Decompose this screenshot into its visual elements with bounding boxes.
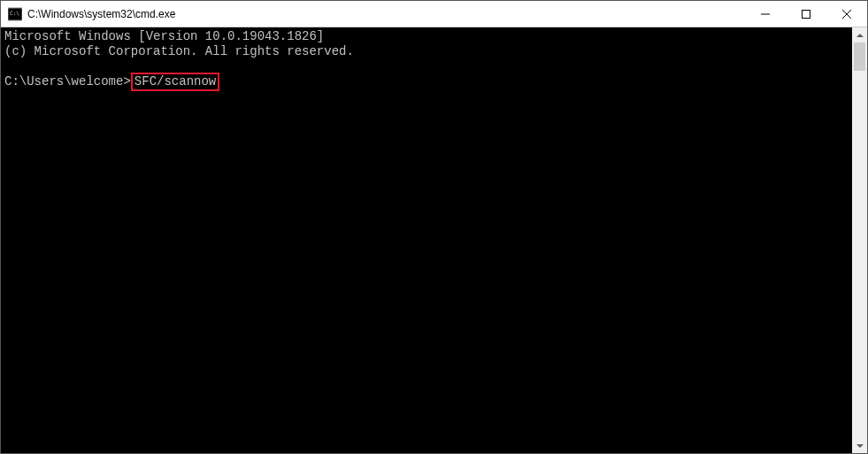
prompt-text: C:\Users\welcome> (4, 74, 131, 88)
copyright-line: (c) Microsoft Corporation. All rights re… (4, 44, 852, 59)
svg-marker-6 (856, 34, 864, 37)
scroll-up-button[interactable] (852, 27, 867, 42)
close-button[interactable] (826, 1, 867, 27)
titlebar[interactable]: C:\ C:\Windows\system32\cmd.exe (1, 1, 867, 27)
window-title: C:\Windows\system32\cmd.exe (27, 8, 745, 20)
scrollbar-thumb[interactable] (854, 42, 865, 71)
version-line: Microsoft Windows [Version 10.0.19043.18… (4, 29, 852, 44)
command-highlight: SFC/scannow (131, 73, 219, 91)
minimize-button[interactable] (745, 1, 786, 27)
window-controls (745, 1, 867, 27)
terminal-output[interactable]: Microsoft Windows [Version 10.0.19043.18… (1, 27, 852, 453)
cmd-window: C:\ C:\Windows\system32\cmd.exe Microsof… (0, 0, 868, 454)
scrollbar-track[interactable] (852, 42, 867, 438)
svg-marker-7 (856, 444, 864, 448)
cmd-icon: C:\ (8, 7, 22, 21)
svg-text:C:\: C:\ (10, 10, 19, 16)
vertical-scrollbar[interactable] (852, 27, 867, 453)
svg-rect-3 (803, 10, 810, 18)
scroll-down-button[interactable] (852, 438, 867, 453)
maximize-button[interactable] (786, 1, 826, 27)
command-text: SFC/scannow (134, 74, 216, 88)
prompt-line: C:\Users\welcome>SFC/scannow (4, 73, 852, 90)
terminal-area: Microsoft Windows [Version 10.0.19043.18… (1, 27, 867, 453)
blank-line (4, 59, 852, 74)
